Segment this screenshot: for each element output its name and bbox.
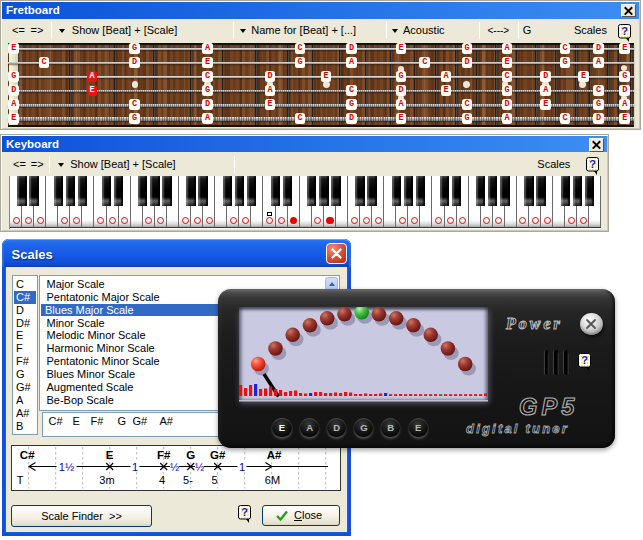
svg-text:1: 1 bbox=[131, 461, 137, 473]
svg-text:F#: F# bbox=[156, 449, 170, 461]
svg-text:Power: Power bbox=[505, 315, 563, 332]
svg-text:½: ½ bbox=[169, 461, 178, 473]
svg-text:½: ½ bbox=[194, 461, 203, 473]
svg-text:5-: 5- bbox=[183, 474, 193, 486]
svg-text:?: ? bbox=[589, 158, 596, 170]
svg-text:T: T bbox=[16, 474, 23, 486]
svg-text:?: ? bbox=[621, 25, 628, 37]
svg-text:GP5: GP5 bbox=[519, 395, 579, 420]
svg-text:G: G bbox=[186, 449, 195, 461]
svg-text:G#: G# bbox=[210, 449, 226, 461]
svg-text:C#: C# bbox=[19, 449, 34, 461]
svg-text:E: E bbox=[105, 449, 113, 461]
svg-text:A#: A# bbox=[266, 449, 281, 461]
svg-text:3m: 3m bbox=[99, 474, 114, 486]
svg-text:4: 4 bbox=[158, 474, 164, 486]
svg-text:?: ? bbox=[241, 506, 248, 518]
svg-text:5: 5 bbox=[211, 474, 217, 486]
svg-text:6M: 6M bbox=[264, 474, 279, 486]
svg-text:digital tuner: digital tuner bbox=[466, 421, 569, 436]
svg-text:?: ? bbox=[582, 354, 589, 366]
svg-text:1: 1 bbox=[238, 461, 244, 473]
svg-text:1½: 1½ bbox=[58, 461, 73, 473]
